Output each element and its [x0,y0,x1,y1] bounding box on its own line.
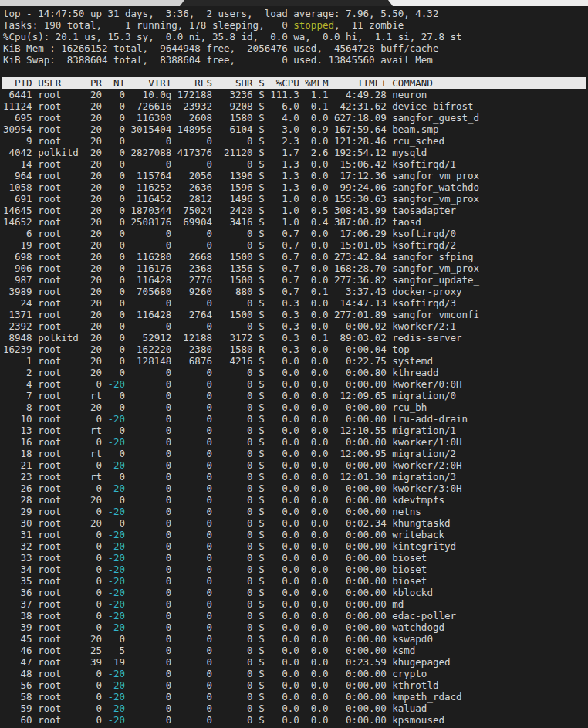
row-nice-field: 0 [107,274,125,286]
process-row: 30954 root 20 0 3015404 148956 6104 S 3.… [0,124,588,135]
row-stats-command-fields: 0 0 0 S 0.0 0.0 0:00.00 watchdogd [125,621,444,633]
row-pid-user-pr-fields: 19 root 20 [3,239,107,251]
tasks-stopped-highlight: stopped [293,19,334,31]
process-row: 19 root 20 0 0 0 0 S 0.7 0.0 15:01.05 ks… [0,239,588,251]
tab-strip-right-segment [383,0,588,6]
process-row: 36 root 0 -20 0 0 0 S 0.0 0.0 0:00.00 kb… [0,587,588,598]
process-row: 18 root rt 0 0 0 0 S 0.0 0.0 12:00.95 mi… [0,448,588,459]
row-stats-command-fields: 116280 2668 1500 S 0.7 0.0 273:42.84 san… [125,251,474,262]
row-nice-field: -20 [107,714,125,726]
row-nice-field: -20 [107,506,125,517]
row-pid-user-pr-fields: 1 root 20 [3,355,107,367]
row-stats-command-fields: 0 0 0 S 0.0 0.0 0:00.00 netns [125,506,421,517]
process-row: 4 root 0 -20 0 0 0 S 0.0 0.0 0:00.00 kwo… [0,378,588,390]
row-nice-field: -20 [107,540,125,552]
process-row: 8948 polkitd 20 0 52912 12188 3172 S 0.3… [0,332,588,344]
row-nice-field: 0 [107,239,125,251]
row-pid-user-pr-fields: 10 root 0 [3,413,107,425]
process-row: 8 root 20 0 0 0 0 S 0.0 0.0 0:00.00 rcu_… [0,401,588,413]
row-pid-user-pr-fields: 48 root 0 [3,668,107,679]
terminal-screen[interactable]: top - 14:47:50 up 31 days, 3:36, 2 users… [0,6,588,728]
row-stats-command-fields: 0 0 0 S 0.0 0.0 0:00.00 kintegrityd [125,540,456,552]
row-pid-user-pr-fields: 47 root 39 [3,656,107,668]
process-row: 29 root 0 -20 0 0 0 S 0.0 0.0 0:00.00 ne… [0,506,588,517]
row-nice-field: 0 [107,205,125,216]
row-pid-user-pr-fields: 4042 polkitd 20 [3,147,107,158]
summary-uptime-line: top - 14:47:50 up 31 days, 3:36, 2 users… [0,8,588,19]
row-nice-field: 0 [107,320,125,332]
row-stats-command-fields: 0 0 0 S 0.0 0.0 0:00.00 kblockd [125,587,433,598]
row-pid-user-pr-fields: 7 root rt [3,390,107,401]
row-pid-user-pr-fields: 45 root 20 [3,633,107,645]
row-pid-user-pr-fields: 30954 root 20 [3,124,107,135]
row-stats-command-fields: 0 0 0 S 1.3 0.0 15:06.42 ksoftirqd/1 [125,158,456,170]
row-nice-field: 0 [107,112,125,124]
process-row: 26 root 0 -20 0 0 0 S 0.0 0.0 0:00.00 kw… [0,483,588,494]
row-stats-command-fields: 1870344 75024 2420 S 1.0 0.5 308:43.99 t… [125,205,456,216]
row-nice-field: 0 [107,471,125,483]
row-stats-command-fields: 0 0 0 S 0.0 0.0 0:00.00 kdevtmpfs [125,494,444,506]
row-nice-field: -20 [107,483,125,494]
process-row: 16239 root 20 0 162220 2380 1580 R 0.3 0… [0,344,588,355]
row-pid-user-pr-fields: 34 root 0 [3,564,107,575]
row-nice-field: 0 [107,633,125,645]
row-nice-field: 0 [107,228,125,239]
row-stats-command-fields: 0 0 0 S 0.0 0.0 0:00.00 crypto [125,668,427,679]
process-row: 2392 root 20 0 0 0 0 S 0.3 0.0 0:00.02 k… [0,320,588,332]
row-pid-user-pr-fields: 21 root 0 [3,459,107,471]
row-nice-field: -20 [107,529,125,540]
row-stats-command-fields: 0 0 0 S 0.0 0.0 0:00.80 kthreadd [125,367,438,378]
row-nice-field: 0 [107,355,125,367]
row-nice-field: 0 [107,170,125,181]
row-stats-command-fields: 0 0 0 S 0.0 0.0 0:00.00 bioset [125,552,427,564]
row-nice-field: 0 [107,344,125,355]
row-stats-command-fields: 0 0 0 S 0.0 0.0 12:10.55 migration/1 [125,425,456,436]
row-nice-field: 0 [107,517,125,529]
row-nice-field: 0 [107,390,125,401]
row-stats-command-fields: 0 0 0 S 0.0 0.0 12:01.30 migration/3 [125,471,456,483]
row-nice-field: -20 [107,575,125,587]
row-nice-field: -20 [107,564,125,575]
row-pid-user-pr-fields: 14645 root 20 [3,205,107,216]
process-row: 35 root 0 -20 0 0 0 S 0.0 0.0 0:00.00 bi… [0,575,588,587]
row-stats-command-fields: 115764 2056 1396 S 1.3 0.0 17:12.36 sang… [125,170,479,181]
row-pid-user-pr-fields: 1058 root 20 [3,181,107,193]
row-pid-user-pr-fields: 26 root 0 [3,483,107,494]
row-stats-command-fields: 0 0 0 S 0.7 0.0 15:01.05 ksoftirqd/2 [125,239,456,251]
row-nice-field: 0 [107,262,125,274]
tab-strip-left-segment [0,0,190,6]
row-nice-field: 0 [107,100,125,112]
process-row: 1058 root 20 0 116252 2636 1596 S 1.3 0.… [0,181,588,193]
row-pid-user-pr-fields: 987 root 20 [3,274,107,286]
tasks-suffix: , 11 zombie [334,19,404,31]
summary-cpu-line: %Cpu(s): 20.1 us, 15.3 sy, 0.0 ni, 35.8 … [0,31,588,42]
process-row: 24 root 20 0 0 0 0 S 0.3 0.0 14:47.13 ks… [0,297,588,309]
row-nice-field: 0 [107,147,125,158]
process-row: 34 root 0 -20 0 0 0 S 0.0 0.0 0:00.00 bi… [0,564,588,575]
row-pid-user-pr-fields: 14 root 20 [3,158,107,170]
row-pid-user-pr-fields: 38 root 0 [3,610,107,621]
spacer-line [0,66,588,77]
process-row: 59 root 0 -20 0 0 0 S 0.0 0.0 0:00.00 ka… [0,703,588,714]
row-stats-command-fields: 0 0 0 S 0.0 0.0 0:23.59 khugepaged [125,656,450,668]
process-row: 45 root 20 0 0 0 0 S 0.0 0.0 0:00.00 ksw… [0,633,588,645]
process-row: 46 root 25 5 0 0 0 S 0.0 0.0 0:00.00 ksm… [0,645,588,656]
row-stats-command-fields: 0 0 0 S 0.0 0.0 0:00.00 edac-poller [125,610,456,621]
row-pid-user-pr-fields: 3989 root 20 [3,286,107,297]
row-pid-user-pr-fields: 14652 root 20 [3,216,107,228]
row-nice-field: -20 [107,621,125,633]
row-pid-user-pr-fields: 46 root 25 [3,645,107,656]
row-pid-user-pr-fields: 39 root 0 [3,621,107,633]
summary-mem-line: KiB Mem : 16266152 total, 9644948 free, … [0,42,588,54]
row-pid-user-pr-fields: 4 root 0 [3,378,107,390]
row-pid-user-pr-fields: 36 root 0 [3,587,107,598]
row-nice-field: -20 [107,703,125,714]
row-stats-command-fields: 0 0 0 S 0.0 0.0 0:00.00 rcu_bh [125,401,427,413]
row-pid-user-pr-fields: 29 root 0 [3,506,107,517]
row-nice-field: 19 [107,656,125,668]
row-stats-command-fields: 0 0 0 S 0.0 0.0 0:00.00 kpsmoused [125,714,444,726]
row-stats-command-fields: 0 0 0 S 0.0 0.0 0:00.00 kmpath_rdacd [125,691,462,703]
row-stats-command-fields: 0 0 0 S 0.3 0.0 14:47.13 ksoftirqd/3 [125,297,456,309]
process-table: 6441 root 20 0 10.0g 172188 3236 S 111.3… [0,89,588,726]
row-nice-field: 0 [107,251,125,262]
